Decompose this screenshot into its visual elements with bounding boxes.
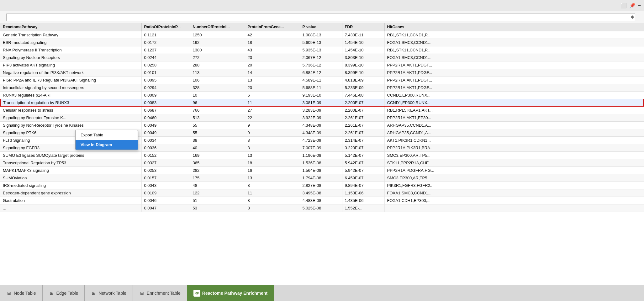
table-row[interactable]: Transcriptional regulation by RUNX30.008… [0,99,644,107]
col-header-hitgenes[interactable]: HitGenes [384,23,644,31]
table-row[interactable]: Gastrulation0.00465184.483E-081.435E-06F… [0,197,644,204]
col-header-number[interactable]: NumberOfProteinI... [190,23,245,31]
table-row[interactable]: Generic Transcription Pathway0.112112504… [0,31,644,39]
table-row[interactable]: Signaling by Non-Receptor Tyrosine Kinas… [0,122,644,129]
enrichment-table-label: Enrichment Table [147,291,181,296]
reactome-pathway-label: Reactome Pathway Enrichment [202,291,268,296]
maximize-icon[interactable]: ⬜ [620,3,627,8]
table-row[interactable]: MAPK1/MAPK3 signaling0.0253282161.564E-0… [0,167,644,174]
reactome-icon: RP [193,290,200,297]
title-bar: ⬜ 📌 – [0,0,644,11]
edge-table-label: Edge Table [56,291,78,296]
col-header-protein[interactable]: ProteinFromGene... [245,23,300,31]
table-row[interactable]: Signaling by Receptor Tyrosine K...0.046… [0,114,644,122]
tab-edge-table[interactable]: ⊞ Edge Table [43,285,85,301]
table-row[interactable]: SUMOylation0.0157175131.794E-086.459E-07… [0,174,644,182]
table-row[interactable]: Negative regulation of the PI3K/AKT netw… [0,69,644,77]
table-row[interactable]: PIP3 activates AKT signaling0.0258288205… [0,61,644,69]
tab-network-table[interactable]: ⊞ Network Table [85,285,133,301]
node-table-icon: ⊞ [6,290,12,296]
table-row[interactable]: Signaling by Nuclear Receptors0.02442722… [0,54,644,61]
table-row[interactable]: ...0.00475385.025E-081.552E-... [0,204,644,212]
context-menu-export[interactable]: Export Table [76,130,138,140]
tab-node-table[interactable]: ⊞ Node Table [0,285,43,301]
table-area: ReactomePathway RatioOfProteinInP... Num… [0,23,644,285]
node-table-label: Node Table [14,291,36,296]
table-row[interactable]: Intracellular signaling by second messen… [0,84,644,92]
table-row[interactable]: IRS-mediated signalling0.00434882.827E-0… [0,182,644,189]
network-table-icon: ⊞ [91,290,97,296]
filter-value[interactable] [6,13,635,21]
filter-spinner[interactable] [631,15,634,19]
table-row[interactable]: Cellular responses to stress0.0687766273… [0,107,644,114]
filter-select-wrapper [6,13,635,21]
col-header-ratio[interactable]: RatioOfProteinInP... [141,23,190,31]
table-row[interactable]: Transcriptional Regulation by TP530.0327… [0,159,644,167]
table-header-row: ReactomePathway RatioOfProteinInP... Num… [0,23,644,31]
main-container: ⬜ 📌 – ReactomePathway RatioOfProteinInP.… [0,0,644,301]
minimize-icon[interactable]: – [638,3,641,8]
table-row[interactable]: RNA Polymerase II Transcription0.1237138… [0,46,644,54]
bottom-tab-bar: ⊞ Node Table ⊞ Edge Table ⊞ Network Tabl… [0,285,644,301]
pin-icon[interactable]: 📌 [629,3,636,8]
filter-bar [0,11,644,23]
spinner-up[interactable] [631,15,634,17]
table-row[interactable]: SUMO E3 ligases SUMOylate target protein… [0,152,644,159]
tab-enrichment-table[interactable]: ⊞ Enrichment Table [133,285,187,301]
tab-reactome-pathway[interactable]: RP Reactome Pathway Enrichment [187,285,274,301]
context-menu-view-diagram[interactable]: View in Diagram [76,140,138,150]
pathway-table: ReactomePathway RatioOfProteinInP... Num… [0,23,644,212]
title-bar-controls: ⬜ 📌 – [620,3,641,8]
col-header-pvalue[interactable]: P-value [300,23,342,31]
table-body: Generic Transcription Pathway0.112112504… [0,31,644,212]
table-row[interactable]: Estrogen-dependent gene expression0.0109… [0,189,644,197]
table-row[interactable]: RUNX3 regulates p14-ARF0.00091069.193E-1… [0,92,644,99]
table-row[interactable]: ESR-mediated signaling0.0172192185.609E-… [0,39,644,46]
network-table-label: Network Table [98,291,126,296]
col-header-pathway[interactable]: ReactomePathway [0,23,141,31]
table-row[interactable]: PI5P, PP2A and IER3 Regulate PI3K/AKT Si… [0,77,644,84]
edge-table-icon: ⊞ [49,290,55,296]
enrichment-table-icon: ⊞ [139,290,145,296]
col-header-fdr[interactable]: FDR [342,23,384,31]
context-menu: Export Table View in Diagram [75,130,138,150]
spinner-down[interactable] [631,17,634,19]
